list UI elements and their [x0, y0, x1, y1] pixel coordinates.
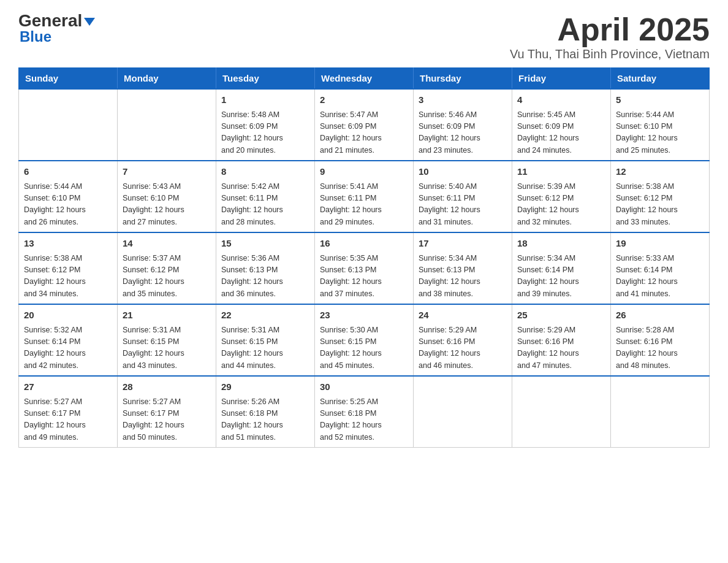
col-thursday: Thursday	[414, 68, 512, 90]
logo-general-text: General	[18, 12, 82, 29]
table-row: 24Sunrise: 5:29 AMSunset: 6:16 PMDayligh…	[414, 304, 512, 376]
day-number: 2	[320, 93, 408, 107]
table-row	[611, 376, 710, 448]
col-saturday: Saturday	[611, 68, 710, 90]
day-info: Sunrise: 5:45 AMSunset: 6:09 PMDaylight:…	[517, 109, 605, 157]
header: General Blue April 2025 Vu Thu, Thai Bin…	[18, 12, 710, 61]
day-number: 22	[221, 308, 309, 323]
calendar-week-row: 27Sunrise: 5:27 AMSunset: 6:17 PMDayligh…	[19, 376, 710, 448]
day-number: 7	[123, 165, 211, 179]
table-row: 29Sunrise: 5:26 AMSunset: 6:18 PMDayligh…	[216, 376, 315, 448]
day-number: 18	[517, 237, 605, 251]
day-info: Sunrise: 5:25 AMSunset: 6:18 PMDaylight:…	[320, 396, 408, 444]
day-number: 13	[24, 237, 112, 251]
table-row	[118, 89, 216, 161]
day-info: Sunrise: 5:34 AMSunset: 6:13 PMDaylight:…	[419, 253, 507, 301]
day-number: 19	[616, 237, 704, 251]
day-number: 20	[24, 308, 112, 323]
day-info: Sunrise: 5:48 AMSunset: 6:09 PMDaylight:…	[221, 109, 309, 157]
day-number: 1	[221, 93, 309, 107]
logo-blue-text: Blue	[18, 28, 95, 45]
table-row: 18Sunrise: 5:34 AMSunset: 6:14 PMDayligh…	[512, 232, 611, 304]
table-row: 7Sunrise: 5:43 AMSunset: 6:10 PMDaylight…	[118, 161, 216, 232]
table-row: 17Sunrise: 5:34 AMSunset: 6:13 PMDayligh…	[414, 232, 512, 304]
table-row: 3Sunrise: 5:46 AMSunset: 6:09 PMDaylight…	[414, 89, 512, 161]
day-info: Sunrise: 5:26 AMSunset: 6:18 PMDaylight:…	[221, 396, 309, 444]
table-row: 20Sunrise: 5:32 AMSunset: 6:14 PMDayligh…	[19, 304, 118, 376]
table-row: 22Sunrise: 5:31 AMSunset: 6:15 PMDayligh…	[216, 304, 315, 376]
day-number: 12	[616, 165, 704, 179]
day-info: Sunrise: 5:29 AMSunset: 6:16 PMDaylight:…	[517, 324, 605, 372]
day-info: Sunrise: 5:44 AMSunset: 6:10 PMDaylight:…	[616, 109, 704, 157]
logo: General Blue	[18, 12, 95, 45]
day-info: Sunrise: 5:34 AMSunset: 6:14 PMDaylight:…	[517, 253, 605, 301]
col-wednesday: Wednesday	[315, 68, 414, 90]
table-row: 9Sunrise: 5:41 AMSunset: 6:11 PMDaylight…	[315, 161, 414, 232]
day-info: Sunrise: 5:29 AMSunset: 6:16 PMDaylight:…	[419, 324, 507, 372]
day-info: Sunrise: 5:38 AMSunset: 6:12 PMDaylight:…	[616, 181, 704, 229]
day-number: 14	[123, 237, 211, 251]
day-number: 23	[320, 308, 408, 323]
table-row: 23Sunrise: 5:30 AMSunset: 6:15 PMDayligh…	[315, 304, 414, 376]
day-info: Sunrise: 5:44 AMSunset: 6:10 PMDaylight:…	[24, 181, 112, 229]
day-number: 26	[616, 308, 704, 323]
day-info: Sunrise: 5:31 AMSunset: 6:15 PMDaylight:…	[221, 324, 309, 372]
table-row: 28Sunrise: 5:27 AMSunset: 6:17 PMDayligh…	[118, 376, 216, 448]
table-row: 19Sunrise: 5:33 AMSunset: 6:14 PMDayligh…	[611, 232, 710, 304]
day-number: 3	[419, 93, 507, 107]
day-number: 30	[320, 380, 408, 394]
table-row: 1Sunrise: 5:48 AMSunset: 6:09 PMDaylight…	[216, 89, 315, 161]
day-info: Sunrise: 5:38 AMSunset: 6:12 PMDaylight:…	[24, 253, 112, 301]
table-row: 16Sunrise: 5:35 AMSunset: 6:13 PMDayligh…	[315, 232, 414, 304]
day-number: 17	[419, 237, 507, 251]
day-info: Sunrise: 5:31 AMSunset: 6:15 PMDaylight:…	[123, 324, 211, 372]
day-number: 15	[221, 237, 309, 251]
table-row: 14Sunrise: 5:37 AMSunset: 6:12 PMDayligh…	[118, 232, 216, 304]
calendar-week-row: 20Sunrise: 5:32 AMSunset: 6:14 PMDayligh…	[19, 304, 710, 376]
day-number: 4	[517, 93, 605, 107]
day-info: Sunrise: 5:37 AMSunset: 6:12 PMDaylight:…	[123, 253, 211, 301]
day-info: Sunrise: 5:43 AMSunset: 6:10 PMDaylight:…	[123, 181, 211, 229]
calendar-week-row: 13Sunrise: 5:38 AMSunset: 6:12 PMDayligh…	[19, 232, 710, 304]
table-row: 25Sunrise: 5:29 AMSunset: 6:16 PMDayligh…	[512, 304, 611, 376]
day-number: 24	[419, 308, 507, 323]
day-info: Sunrise: 5:47 AMSunset: 6:09 PMDaylight:…	[320, 109, 408, 157]
logo-row1: General	[18, 12, 95, 29]
page: General Blue April 2025 Vu Thu, Thai Bin…	[0, 0, 728, 563]
table-row: 5Sunrise: 5:44 AMSunset: 6:10 PMDaylight…	[611, 89, 710, 161]
day-number: 6	[24, 165, 112, 179]
table-row: 6Sunrise: 5:44 AMSunset: 6:10 PMDaylight…	[19, 161, 118, 232]
table-row	[512, 376, 611, 448]
table-row: 15Sunrise: 5:36 AMSunset: 6:13 PMDayligh…	[216, 232, 315, 304]
calendar-week-row: 6Sunrise: 5:44 AMSunset: 6:10 PMDaylight…	[19, 161, 710, 232]
day-info: Sunrise: 5:32 AMSunset: 6:14 PMDaylight:…	[24, 324, 112, 372]
table-row: 26Sunrise: 5:28 AMSunset: 6:16 PMDayligh…	[611, 304, 710, 376]
day-info: Sunrise: 5:46 AMSunset: 6:09 PMDaylight:…	[419, 109, 507, 157]
table-row: 8Sunrise: 5:42 AMSunset: 6:11 PMDaylight…	[216, 161, 315, 232]
day-number: 5	[616, 93, 704, 107]
day-info: Sunrise: 5:33 AMSunset: 6:14 PMDaylight:…	[616, 253, 704, 301]
table-row: 11Sunrise: 5:39 AMSunset: 6:12 PMDayligh…	[512, 161, 611, 232]
day-info: Sunrise: 5:36 AMSunset: 6:13 PMDaylight:…	[221, 253, 309, 301]
day-info: Sunrise: 5:27 AMSunset: 6:17 PMDaylight:…	[123, 396, 211, 444]
table-row: 10Sunrise: 5:40 AMSunset: 6:11 PMDayligh…	[414, 161, 512, 232]
calendar-table: Sunday Monday Tuesday Wednesday Thursday…	[18, 67, 710, 448]
table-row: 21Sunrise: 5:31 AMSunset: 6:15 PMDayligh…	[118, 304, 216, 376]
day-info: Sunrise: 5:28 AMSunset: 6:16 PMDaylight:…	[616, 324, 704, 372]
day-number: 28	[123, 380, 211, 394]
table-row	[414, 376, 512, 448]
table-row: 30Sunrise: 5:25 AMSunset: 6:18 PMDayligh…	[315, 376, 414, 448]
table-row: 12Sunrise: 5:38 AMSunset: 6:12 PMDayligh…	[611, 161, 710, 232]
logo-arrow-icon	[84, 18, 95, 26]
day-number: 9	[320, 165, 408, 179]
day-number: 8	[221, 165, 309, 179]
day-info: Sunrise: 5:40 AMSunset: 6:11 PMDaylight:…	[419, 181, 507, 229]
table-row: 13Sunrise: 5:38 AMSunset: 6:12 PMDayligh…	[19, 232, 118, 304]
title-block: April 2025 Vu Thu, Thai Binh Province, V…	[510, 12, 710, 61]
col-monday: Monday	[118, 68, 216, 90]
day-info: Sunrise: 5:35 AMSunset: 6:13 PMDaylight:…	[320, 253, 408, 301]
col-tuesday: Tuesday	[216, 68, 315, 90]
calendar-week-row: 1Sunrise: 5:48 AMSunset: 6:09 PMDaylight…	[19, 89, 710, 161]
day-number: 21	[123, 308, 211, 323]
col-friday: Friday	[512, 68, 611, 90]
